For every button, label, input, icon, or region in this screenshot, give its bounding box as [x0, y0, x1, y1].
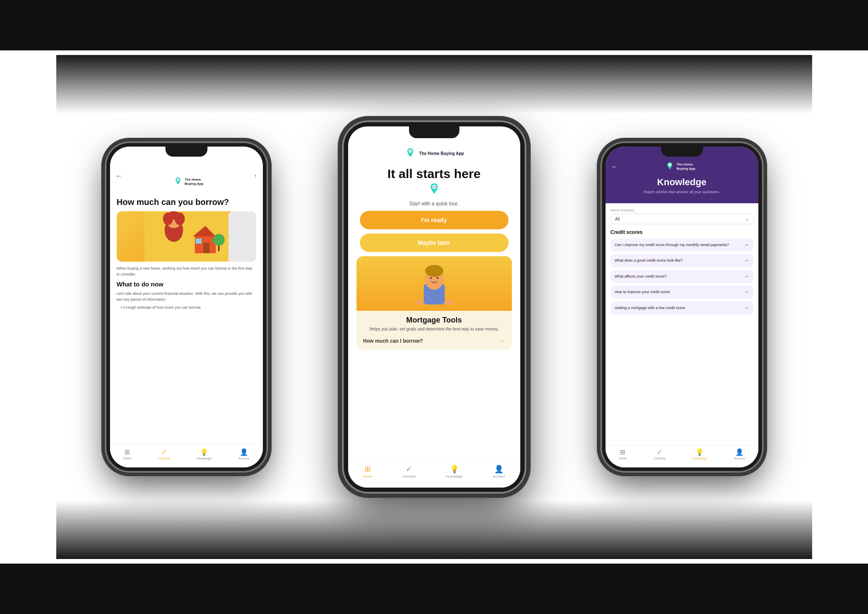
svg-rect-26 — [415, 300, 424, 304]
left-nav-knowledge-label: Knowledge — [197, 457, 212, 460]
right-logo-text: The HomeBuying App — [677, 163, 695, 171]
center-nav-checklist[interactable]: ✓ Checklist — [402, 464, 416, 478]
right-article-arrow-0: → — [744, 242, 749, 249]
right-nav-knowledge-label: Knowledge — [692, 457, 707, 460]
center-nav-home-label: Home — [363, 475, 372, 478]
right-header-title: Knowledge — [611, 177, 753, 188]
account-icon-center: 👤 — [494, 464, 503, 474]
left-phone: ← The HomeBuying App ↑ — [107, 143, 266, 471]
center-phone-content: The Home Buying App It all starts here S… — [348, 126, 520, 488]
center-logo: The Home Buying App — [404, 147, 464, 160]
svg-point-19 — [433, 186, 434, 187]
logo-text-left: The HomeBuying App — [185, 178, 204, 186]
back-arrow-right[interactable]: ← — [611, 163, 618, 171]
center-pin-icon — [427, 182, 442, 199]
right-nav-account[interactable]: 👤 Account — [734, 448, 745, 460]
left-bullet: A rough estimate of how much you can bor… — [117, 305, 256, 311]
right-dropdown[interactable]: All ⌄ — [611, 214, 753, 224]
right-article-text-1: What does a good credit score look like? — [615, 258, 683, 263]
left-nav-home-label: Home — [123, 457, 131, 460]
center-nav-account[interactable]: 👤 Account — [493, 464, 505, 478]
left-nav-checklist-label: Checklist — [158, 457, 170, 460]
logo-icon-right — [665, 162, 675, 172]
home-icon-right: ⊞ — [620, 448, 625, 456]
center-nav: ⊞ Home ✓ Checklist 💡 Knowledge 👤 Account — [348, 461, 520, 488]
home-icon-center: ⊞ — [365, 464, 371, 474]
right-nav-checklist-label: Checklist — [654, 457, 666, 460]
svg-point-28 — [669, 163, 671, 166]
left-phone-content: ← The HomeBuying App ↑ — [110, 147, 263, 467]
svg-point-16 — [409, 151, 410, 151]
svg-point-1 — [177, 179, 178, 180]
center-nav-home[interactable]: ⊞ Home — [363, 464, 372, 478]
right-phone: ← The HomeBuying App — [602, 143, 762, 471]
svg-point-24 — [430, 277, 432, 279]
man-svg — [405, 260, 464, 311]
right-article-text-3: How to improve your credit score — [615, 290, 670, 295]
account-icon-left: 👤 — [240, 448, 248, 456]
right-main: Article Category All ⌄ Credit scores Can… — [606, 203, 758, 445]
left-logo: The HomeBuying App — [167, 162, 210, 190]
center-nav-knowledge[interactable]: 💡 Knowledge — [446, 464, 463, 478]
logo-icon-center — [404, 147, 417, 160]
logo-icon-left — [173, 177, 183, 187]
svg-point-18 — [432, 185, 436, 189]
notch-left — [165, 147, 207, 157]
dark-bar-top — [0, 0, 868, 50]
right-article-arrow-4: → — [744, 305, 749, 312]
right-nav-knowledge[interactable]: 💡 Knowledge — [692, 448, 707, 460]
knowledge-icon-left: 💡 — [200, 448, 208, 456]
center-nav-knowledge-label: Knowledge — [446, 475, 463, 478]
right-article-item-2[interactable]: What affects your credit score? → — [611, 270, 753, 283]
card-arrow-right: → — [498, 337, 505, 345]
svg-point-9 — [213, 234, 225, 246]
right-article-arrow-1: → — [744, 257, 749, 264]
left-section-title: What to do now — [117, 281, 256, 288]
notch-center — [409, 126, 459, 138]
center-card-info: Mortgage Tools Helps you plan, set goals… — [357, 311, 512, 350]
checklist-icon-right: ✓ — [657, 448, 662, 456]
right-logo: The HomeBuying App — [665, 162, 695, 172]
left-title: How much can you borrow? — [117, 197, 256, 207]
svg-point-17 — [411, 151, 411, 151]
svg-point-23 — [425, 265, 443, 277]
center-card-title: Mortgage Tools — [363, 316, 505, 325]
right-header-subtitle: Expert articles that answer all your que… — [611, 189, 753, 195]
right-article-text-2: What affects your credit score? — [615, 274, 667, 279]
share-icon-left[interactable]: ↑ — [254, 173, 257, 179]
right-nav-home[interactable]: ⊞ Home — [619, 448, 627, 460]
left-nav-knowledge[interactable]: 💡 Knowledge — [197, 448, 212, 460]
right-article-arrow-2: → — [744, 273, 749, 280]
center-logo-text: The Home Buying App — [419, 151, 464, 156]
right-phone-content: ← The HomeBuying App — [606, 147, 758, 467]
svg-point-30 — [670, 164, 671, 165]
right-nav-checklist[interactable]: ✓ Checklist — [654, 448, 666, 460]
svg-rect-6 — [203, 243, 210, 253]
left-nav-home[interactable]: ⊞ Home — [123, 448, 131, 460]
right-article-text-0: Can I improve my credit score through my… — [615, 243, 729, 248]
left-nav-account-label: Account — [239, 457, 249, 460]
center-phone: The Home Buying App It all starts here S… — [344, 122, 524, 492]
left-nav-checklist[interactable]: ✓ Checklist — [158, 448, 170, 460]
center-card-link[interactable]: How much can I borrow? → — [363, 332, 505, 345]
right-nav-home-label: Home — [619, 457, 627, 460]
right-article-item-0[interactable]: Can I improve my credit score through my… — [611, 239, 753, 252]
svg-point-2 — [178, 179, 178, 180]
left-phone-screen: ← The HomeBuying App ↑ — [110, 147, 263, 467]
center-title: It all starts here — [379, 167, 489, 181]
checklist-icon-center: ✓ — [406, 464, 412, 474]
left-nav: ⊞ Home ✓ Checklist 💡 Knowledge 👤 Account — [110, 444, 263, 467]
right-article-item-1[interactable]: What does a good credit score look like?… — [611, 254, 753, 268]
right-article-item-3[interactable]: How to improve your credit score → — [611, 286, 753, 299]
knowledge-icon-center: 💡 — [450, 464, 459, 474]
maybe-later-button[interactable]: Maybe later — [360, 234, 509, 252]
home-icon-left: ⊞ — [124, 448, 130, 456]
back-arrow-left[interactable]: ← — [116, 172, 123, 180]
right-nav-account-label: Account — [734, 457, 745, 460]
left-hero-image — [117, 211, 256, 262]
center-card-link-text: How much can I borrow? — [363, 338, 423, 344]
right-article-item-4[interactable]: Getting a mortgage with a low credit sco… — [611, 302, 753, 315]
left-nav-account[interactable]: 👤 Account — [239, 448, 249, 460]
svg-rect-27 — [445, 300, 453, 304]
im-ready-button[interactable]: I'm ready — [360, 211, 509, 229]
